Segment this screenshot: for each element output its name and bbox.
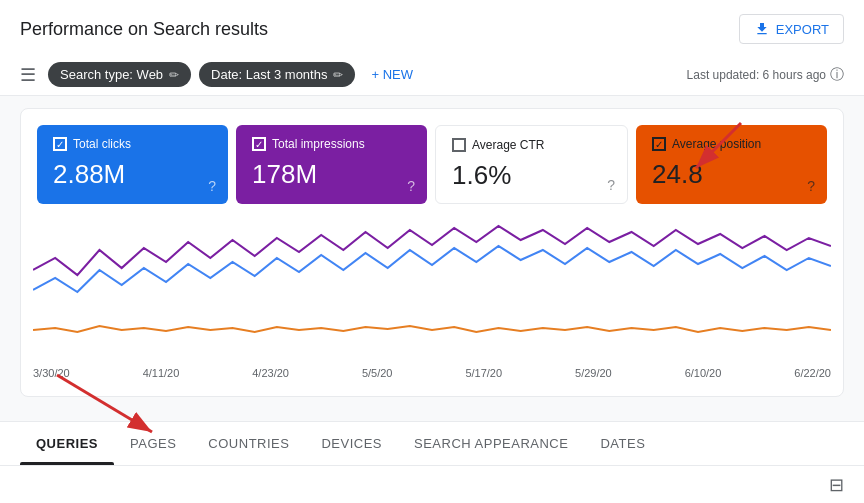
metrics-chart-card: Total clicks 2.88M ? Total impressions 1…	[20, 108, 844, 397]
new-filter-button[interactable]: + NEW	[363, 62, 421, 87]
help-icon-clicks[interactable]: ?	[208, 178, 216, 194]
metric-checkbox-ctr	[452, 138, 466, 152]
ctr-value: 1.6%	[452, 160, 611, 191]
toolbar: ☰ Search type: Web ✏ Date: Last 3 months…	[0, 54, 864, 96]
average-ctr-card[interactable]: Average CTR 1.6% ?	[435, 125, 628, 204]
metric-header: Total clicks	[53, 137, 212, 151]
export-button[interactable]: EXPORT	[739, 14, 844, 44]
metric-checkbox-impressions	[252, 137, 266, 151]
position-value: 24.8	[652, 159, 811, 190]
tabs-footer: ⊟	[0, 466, 864, 503]
metric-checkbox-position	[652, 137, 666, 151]
edit-icon-2: ✏	[333, 68, 343, 82]
clicks-value: 2.88M	[53, 159, 212, 190]
impressions-value: 178M	[252, 159, 411, 190]
metric-header-position: Average position	[652, 137, 811, 151]
average-position-card[interactable]: Average position 24.8 ?	[636, 125, 827, 204]
filter-rows-icon[interactable]: ⊟	[829, 474, 844, 496]
tab-queries[interactable]: QUERIES	[20, 422, 114, 465]
download-icon	[754, 21, 770, 37]
tabs-bar: QUERIES PAGES COUNTRIES DEVICES SEARCH A…	[0, 422, 864, 466]
tab-pages[interactable]: PAGES	[114, 422, 192, 465]
toolbar-left: ☰ Search type: Web ✏ Date: Last 3 months…	[20, 62, 421, 87]
help-icon-ctr[interactable]: ?	[607, 177, 615, 193]
total-impressions-card[interactable]: Total impressions 178M ?	[236, 125, 427, 204]
tab-countries[interactable]: COUNTRIES	[192, 422, 305, 465]
edit-icon: ✏	[169, 68, 179, 82]
tab-search-appearance[interactable]: SEARCH APPEARANCE	[398, 422, 584, 465]
metric-header-impressions: Total impressions	[252, 137, 411, 151]
hamburger-icon[interactable]: ☰	[20, 64, 36, 86]
page-title: Performance on Search results	[20, 19, 268, 40]
metrics-row: Total clicks 2.88M ? Total impressions 1…	[37, 125, 827, 204]
search-type-filter[interactable]: Search type: Web ✏	[48, 62, 191, 87]
metric-header-ctr: Average CTR	[452, 138, 611, 152]
last-updated: Last updated: 6 hours ago ⓘ	[687, 66, 844, 84]
chart-svg	[33, 220, 831, 360]
total-clicks-card[interactable]: Total clicks 2.88M ?	[37, 125, 228, 204]
help-icon-position[interactable]: ?	[807, 178, 815, 194]
x-axis-labels: 3/30/20 4/11/20 4/23/20 5/5/20 5/17/20 5…	[33, 363, 831, 379]
info-icon: ⓘ	[830, 66, 844, 84]
page-header: Performance on Search results EXPORT	[0, 0, 864, 54]
tab-dates[interactable]: DATES	[584, 422, 661, 465]
metric-checkbox-clicks	[53, 137, 67, 151]
date-filter[interactable]: Date: Last 3 months ✏	[199, 62, 355, 87]
tab-devices[interactable]: DEVICES	[305, 422, 398, 465]
main-content: Total clicks 2.88M ? Total impressions 1…	[0, 96, 864, 409]
chart-area: 3/30/20 4/11/20 4/23/20 5/5/20 5/17/20 5…	[33, 220, 831, 380]
help-icon-impressions[interactable]: ?	[407, 178, 415, 194]
tabs-section: QUERIES PAGES COUNTRIES DEVICES SEARCH A…	[0, 421, 864, 503]
